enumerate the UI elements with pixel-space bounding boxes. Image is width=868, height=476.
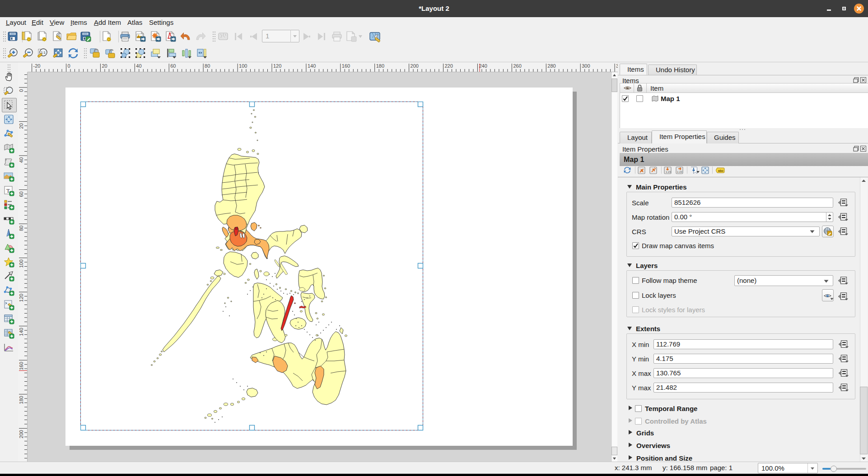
svg-text:160: 160 — [342, 63, 350, 69]
svg-text:20: 20 — [102, 63, 107, 69]
svg-text:40: 40 — [136, 63, 141, 69]
svg-text:140: 140 — [19, 328, 24, 336]
svg-text:120: 120 — [19, 294, 24, 302]
svg-text:-20: -20 — [33, 63, 41, 69]
svg-text:100: 100 — [239, 63, 247, 69]
svg-text:180: 180 — [376, 63, 384, 69]
svg-text:120: 120 — [273, 63, 281, 69]
svg-text:60: 60 — [19, 191, 24, 197]
svg-text:240: 240 — [479, 63, 487, 69]
svg-text:0: 0 — [68, 63, 70, 69]
svg-text:100: 100 — [19, 259, 24, 268]
svg-text:80: 80 — [205, 63, 210, 69]
svg-text:160: 160 — [19, 362, 24, 370]
svg-text:300: 300 — [582, 63, 590, 69]
svg-text:1:23: 1:23 — [677, 171, 682, 173]
svg-text:1:23: 1:23 — [666, 171, 671, 173]
svg-text:280: 280 — [547, 63, 555, 69]
svg-text:40: 40 — [19, 157, 24, 163]
svg-text:200: 200 — [411, 63, 419, 69]
svg-text:0: 0 — [19, 89, 24, 92]
svg-text:80: 80 — [19, 226, 24, 231]
svg-text:60: 60 — [170, 63, 176, 69]
svg-text:260: 260 — [513, 63, 521, 69]
svg-text:140: 140 — [308, 63, 316, 69]
svg-text:20: 20 — [19, 123, 24, 129]
svg-text:200: 200 — [19, 430, 24, 438]
svg-text:180: 180 — [19, 396, 24, 404]
svg-text:abc: abc — [718, 169, 723, 172]
svg-text:220: 220 — [445, 63, 453, 69]
